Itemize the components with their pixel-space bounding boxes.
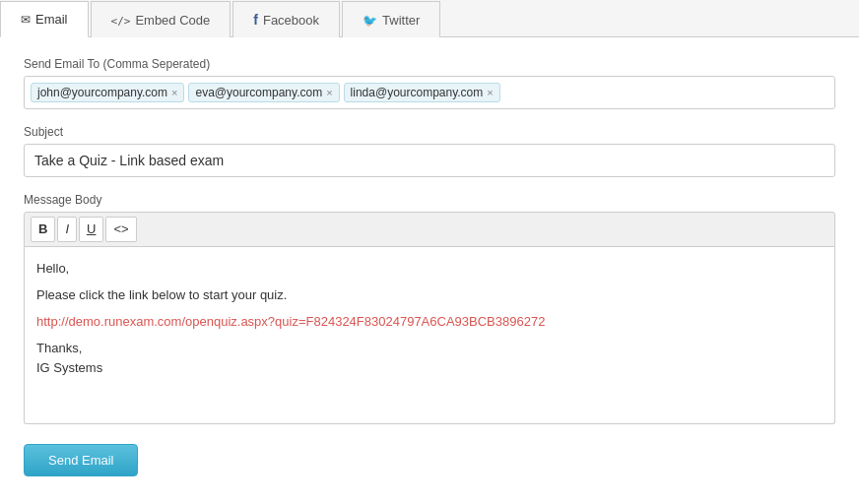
tab-facebook-label: Facebook xyxy=(263,13,319,28)
message-line-hello: Hello, xyxy=(36,259,823,280)
recipient-tag-0: john@yourcompany.com × xyxy=(31,83,184,102)
message-body-section: Message Body B I U <> Hello, Please clic… xyxy=(24,193,835,424)
tab-embed[interactable]: Embed Code xyxy=(91,1,231,37)
bold-button[interactable]: B xyxy=(31,217,55,242)
tab-email-label: Email xyxy=(35,12,68,27)
recipient-email-0: john@yourcompany.com xyxy=(37,86,167,99)
recipient-email-2: linda@yourcompany.com xyxy=(351,86,484,99)
recipients-input[interactable]: john@yourcompany.com × eva@yourcompany.c… xyxy=(24,76,835,109)
tab-facebook[interactable]: Facebook xyxy=(232,1,340,37)
message-line-click: Please click the link below to start you… xyxy=(36,285,823,306)
to-label: Send Email To (Comma Seperated) xyxy=(24,57,835,71)
tab-email[interactable]: Email xyxy=(0,1,89,37)
to-field-section: Send Email To (Comma Seperated) john@you… xyxy=(24,57,835,109)
tab-bar: Email Embed Code Facebook Twitter xyxy=(0,0,859,37)
send-email-button[interactable]: Send Email xyxy=(24,444,138,476)
twitter-icon xyxy=(363,13,377,28)
message-line-thanks: Thanks,IG Systems xyxy=(36,339,823,380)
email-icon xyxy=(21,12,31,27)
message-line-signature: IG Systems xyxy=(36,360,102,375)
email-tab-content: Send Email To (Comma Seperated) john@you… xyxy=(0,37,859,496)
code-button[interactable]: <> xyxy=(105,217,136,242)
tab-twitter[interactable]: Twitter xyxy=(342,1,440,37)
remove-recipient-2[interactable]: × xyxy=(487,88,493,98)
message-label: Message Body xyxy=(24,193,835,207)
tab-embed-label: Embed Code xyxy=(135,13,210,28)
message-editor[interactable]: Hello, Please click the link below to st… xyxy=(24,247,835,424)
recipient-tag-2: linda@yourcompany.com × xyxy=(344,83,500,102)
facebook-icon xyxy=(253,12,258,28)
subject-field-section: Subject xyxy=(24,125,835,177)
italic-button[interactable]: I xyxy=(57,217,77,242)
message-line-link: http://demo.runexam.com/openquiz.aspx?qu… xyxy=(36,312,823,333)
recipient-email-1: eva@yourcompany.com xyxy=(195,86,322,99)
remove-recipient-1[interactable]: × xyxy=(326,88,332,98)
remove-recipient-0[interactable]: × xyxy=(171,88,177,98)
tab-twitter-label: Twitter xyxy=(382,13,420,28)
code-icon xyxy=(111,13,131,28)
quiz-link[interactable]: http://demo.runexam.com/openquiz.aspx?qu… xyxy=(36,314,545,329)
underline-button[interactable]: U xyxy=(79,217,103,242)
editor-toolbar: B I U <> xyxy=(24,212,835,247)
subject-label: Subject xyxy=(24,125,835,139)
subject-input[interactable] xyxy=(24,144,835,177)
recipient-tag-1: eva@yourcompany.com × xyxy=(188,83,339,102)
